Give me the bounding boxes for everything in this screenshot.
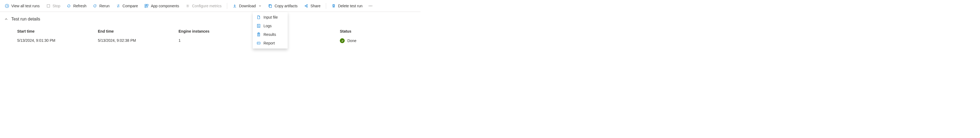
svg-point-7 — [305, 5, 306, 6]
download-input-file-item[interactable]: Input file — [253, 13, 288, 22]
gear-icon — [186, 4, 190, 8]
svg-rect-2 — [145, 4, 146, 6]
details-section: Test run details Start time End time Eng… — [0, 12, 420, 43]
svg-rect-1 — [47, 5, 50, 7]
refresh-button[interactable]: Refresh — [64, 2, 89, 10]
copy-icon — [268, 4, 272, 8]
app-components-icon — [145, 4, 149, 8]
view-all-test-runs-button[interactable]: View all test runs — [2, 2, 43, 10]
copy-artifacts-button[interactable]: Copy artifacts — [266, 2, 300, 10]
svg-point-10 — [369, 5, 369, 6]
download-report-label: Report — [264, 41, 275, 43]
svg-point-11 — [370, 5, 371, 6]
stop-button: Stop — [43, 2, 63, 10]
chevron-up-icon — [4, 17, 8, 21]
svg-point-8 — [307, 4, 307, 5]
compare-label: Compare — [123, 4, 138, 8]
rerun-button[interactable]: Rerun — [90, 2, 112, 10]
compare-icon — [116, 4, 121, 8]
more-icon — [368, 4, 373, 8]
logs-icon — [256, 24, 261, 28]
share-label: Share — [310, 4, 320, 8]
delete-label: Delete test run — [338, 4, 363, 8]
download-logs-label: Logs — [264, 24, 272, 28]
download-label: Download — [239, 4, 256, 8]
svg-point-0 — [5, 4, 9, 8]
rerun-icon — [93, 4, 97, 8]
download-results-item[interactable]: Results — [253, 30, 288, 39]
download-icon — [232, 4, 237, 8]
cell-end-time: 5/13/2024, 9:02:38 PM — [98, 38, 178, 43]
report-icon — [256, 41, 261, 43]
cell-start-time: 5/13/2024, 9:01:30 PM — [17, 38, 98, 43]
rerun-label: Rerun — [99, 4, 110, 8]
download-dropdown: Input file Logs Results Report — [253, 12, 288, 43]
cell-engine-instances: 1 — [178, 38, 259, 43]
col-engine-instances: Engine instances — [178, 29, 259, 34]
cell-status: Done — [340, 38, 407, 43]
view-all-label: View all test runs — [11, 4, 40, 8]
delete-test-run-button[interactable]: Delete test run — [329, 2, 365, 10]
refresh-label: Refresh — [73, 4, 86, 8]
arrow-right-circle-icon — [5, 4, 9, 8]
download-results-label: Results — [264, 32, 276, 37]
download-button[interactable]: Download — [230, 2, 264, 10]
configure-metrics-button: Configure metrics — [183, 2, 224, 10]
svg-point-12 — [372, 5, 372, 6]
share-button[interactable]: Share — [301, 2, 323, 10]
download-input-file-label: Input file — [264, 15, 278, 19]
refresh-icon — [67, 4, 71, 8]
copy-artifacts-label: Copy artifacts — [275, 4, 298, 8]
app-components-button[interactable]: App components — [142, 2, 182, 10]
more-button[interactable] — [366, 2, 375, 10]
file-icon — [256, 15, 261, 19]
download-logs-item[interactable]: Logs — [253, 22, 288, 30]
svg-rect-3 — [147, 4, 148, 6]
chevron-down-icon — [258, 4, 262, 8]
col-status: Status — [340, 29, 407, 34]
trash-icon — [331, 4, 336, 8]
compare-button[interactable]: Compare — [113, 2, 141, 10]
configure-metrics-label: Configure metrics — [192, 4, 221, 8]
svg-rect-6 — [269, 5, 272, 8]
svg-point-9 — [307, 6, 307, 7]
check-circle-icon — [340, 38, 345, 43]
status-text: Done — [347, 39, 356, 43]
svg-rect-4 — [145, 6, 146, 8]
results-icon — [256, 32, 261, 37]
details-table: Start time End time Engine instances Sta… — [17, 29, 416, 43]
share-icon — [304, 4, 309, 8]
col-start-time: Start time — [17, 29, 98, 34]
svg-point-5 — [187, 5, 188, 6]
toolbar: View all test runs Stop Refresh Rerun Co… — [0, 0, 420, 12]
stop-label: Stop — [53, 4, 60, 8]
separator — [227, 3, 227, 9]
section-title: Test run details — [11, 17, 40, 22]
app-components-label: App components — [151, 4, 179, 8]
download-report-item[interactable]: Report — [253, 39, 288, 43]
section-header[interactable]: Test run details — [4, 17, 416, 22]
stop-icon — [46, 4, 51, 8]
col-end-time: End time — [98, 29, 178, 34]
